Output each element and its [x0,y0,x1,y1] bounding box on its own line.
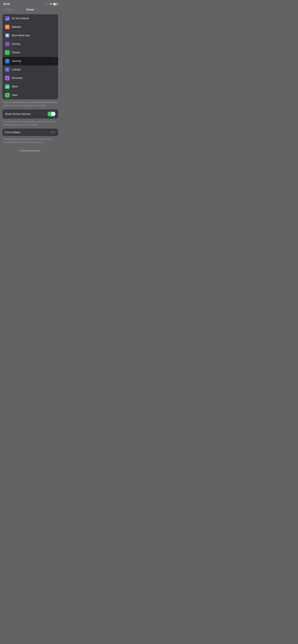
focus-item-chevron-fitness: › [55,51,56,54]
back-chevron-icon: ‹ [3,8,4,11]
focus-item-label-yash: Yash [12,94,55,97]
focus-item-gaming[interactable]: 🚀 Gaming › [3,57,58,66]
focus-status-chevron-icon: › [55,131,56,134]
focus-item-icon-fitness: 🏃 [5,50,10,55]
focus-item-label-best-ebook-tips: Best ebook tips [12,34,55,37]
focus-item-work[interactable]: 🪪 Work › [3,82,58,91]
focus-description: Focus lets you customise your devices an… [0,99,61,110]
share-across-devices-label: Share Across Devices [5,112,31,116]
focus-item-icon-gaming: 🚀 [5,59,10,64]
focus-item-chevron-yash: › [55,94,56,96]
focus-item-bababa[interactable]: 😊 Bababa › [3,23,58,31]
focus-item-icon-yash: 🔖 [5,93,10,98]
focus-item-icon-listings: ≡ [5,67,10,72]
focus-item-label-work: Work [12,85,55,88]
focus-item-chevron-driving: › [55,43,56,45]
focus-item-yash[interactable]: 🔖 Yash › [3,91,58,99]
focus-item-label-driving: Driving [12,42,55,46]
focus-item-label-do-not-disturb: Do Not Disturb [12,17,55,20]
focus-status-label: Focus Status [5,131,20,134]
focus-item-icon-driving: 🚗 [5,42,10,46]
focus-status-row[interactable]: Focus Status On › [3,128,58,136]
focus-item-best-ebook-tips[interactable]: 📊 Best ebook tips › [3,31,58,40]
focus-item-icon-work: 🪪 [5,84,10,89]
toggle-knob [51,112,55,116]
focus-status-value-text: On [51,131,54,134]
focus-item-chevron-best-ebook-tips: › [55,34,56,37]
home-indicator [20,150,41,151]
focus-item-icon-bababa: 😊 [5,25,10,29]
share-across-devices-row: Share Across Devices [3,110,58,118]
focus-item-listings[interactable]: ≡ Listings › [3,66,58,74]
focus-item-label-listings: Listings [12,68,55,71]
battery-icon [53,3,57,5]
nav-bar: ‹ Settings Focus [0,8,61,13]
share-across-devices-description: Focus is shared across your devices, and… [0,118,61,128]
focus-item-chevron-personal: › [55,77,56,79]
focus-item-personal[interactable]: 👤 Personal › [3,74,58,82]
focus-item-chevron-do-not-disturb: › [55,17,56,20]
focus-item-icon-best-ebook-tips: 📊 [5,33,10,38]
focus-item-chevron-listings: › [55,68,56,71]
focus-item-label-gaming: Gaming [12,60,55,62]
focus-item-label-bababa: Bababa [12,26,55,28]
back-button[interactable]: ‹ Settings [3,8,14,11]
focus-item-chevron-bababa: › [55,26,56,28]
focus-status-description: When you give an app permission, it can … [0,136,61,147]
focus-item-icon-do-not-disturb: 🌙 [5,16,10,21]
focus-item-do-not-disturb[interactable]: 🌙 Do Not Disturb › [3,14,58,23]
signal-dots-icon [45,4,49,4]
focus-item-chevron-work: › [55,86,56,88]
focus-status-value: On › [51,131,56,134]
focus-item-icon-personal: 👤 [5,76,10,80]
focus-item-label-personal: Personal [12,76,55,80]
status-icons [45,3,57,5]
status-bar: 10:32 [0,0,61,8]
focus-list: 🌙 Do Not Disturb › 😊 Bababa › 📊 Best ebo… [3,14,58,99]
share-across-devices-toggle[interactable] [48,112,56,116]
focus-item-chevron-gaming: › [55,60,56,62]
page-title: Focus [26,8,34,11]
focus-status-section: Focus Status On › [3,128,58,136]
focus-item-fitness[interactable]: 🏃 Fitness › [3,48,58,57]
focus-item-label-fitness: Fitness [12,51,55,54]
wifi-icon [50,3,52,5]
focus-item-driving[interactable]: 🚗 Driving › [3,40,58,48]
back-label[interactable]: Settings [4,8,14,11]
status-time: 10:32 [3,3,10,6]
